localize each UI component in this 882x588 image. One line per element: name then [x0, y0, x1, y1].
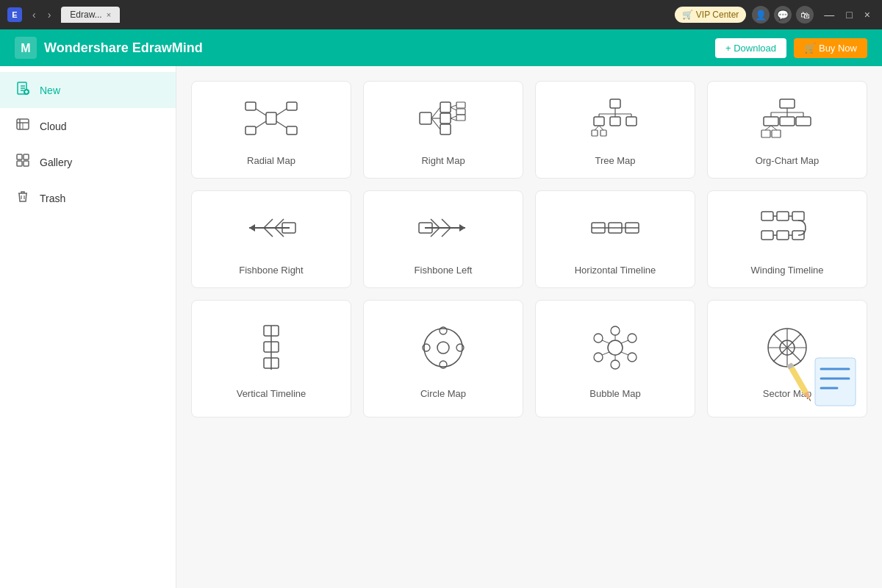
svg-rect-62: [764, 117, 778, 126]
card-radial-map[interactable]: Radial Map: [191, 81, 351, 179]
download-button[interactable]: + Download: [715, 38, 786, 58]
notification-icon[interactable]: 💬: [774, 6, 792, 24]
svg-line-116: [602, 340, 609, 343]
tree-map-icon: [586, 96, 645, 143]
card-fishbone-left[interactable]: Fishbone Left: [363, 190, 523, 288]
svg-text:M: M: [21, 42, 30, 54]
sidebar-gallery-label: Gallery: [40, 157, 72, 168]
maximize-button[interactable]: □: [842, 9, 856, 21]
svg-rect-55: [600, 130, 606, 136]
svg-rect-21: [245, 102, 256, 110]
svg-line-26: [256, 121, 266, 128]
titlebar-left: E ‹ › Edraw... ×: [7, 7, 120, 23]
svg-rect-51: [626, 117, 637, 126]
sector-map-icon: [758, 322, 817, 376]
vip-center-button[interactable]: 🛒 VIP Center: [675, 7, 746, 23]
svg-rect-41: [456, 109, 465, 115]
svg-rect-63: [780, 117, 795, 126]
main-content: Radial Map: [176, 66, 882, 588]
vertical-timeline-icon: [242, 322, 301, 376]
svg-line-118: [621, 340, 628, 343]
cloud-icon: [15, 117, 31, 135]
radial-map-label: Radial Map: [247, 155, 295, 166]
right-map-label: Right Map: [421, 155, 465, 166]
svg-rect-43: [610, 99, 620, 108]
svg-rect-87: [761, 212, 773, 220]
sidebar-cloud-label: Cloud: [40, 121, 67, 132]
minimize-button[interactable]: —: [820, 9, 839, 21]
tab-close-button[interactable]: ×: [107, 10, 111, 19]
sidebar-item-trash[interactable]: Trash: [0, 180, 176, 216]
card-vertical-timeline[interactable]: Vertical Timeline: [191, 300, 351, 417]
header: M Wondershare EdrawMind + Download 🛒 Buy…: [0, 29, 882, 66]
sidebar-item-new[interactable]: New: [0, 72, 176, 108]
svg-point-113: [628, 353, 637, 362]
card-tree-map[interactable]: Tree Map: [535, 81, 695, 179]
card-bubble-map[interactable]: Bubble Map: [535, 300, 695, 417]
svg-line-28: [276, 121, 287, 128]
svg-rect-22: [245, 126, 256, 135]
app-title: Wondershare EdrawMind: [44, 40, 203, 56]
bubble-map-label: Bubble Map: [589, 388, 640, 399]
svg-line-73: [264, 228, 273, 237]
svg-rect-29: [420, 112, 431, 124]
svg-rect-54: [592, 130, 598, 136]
active-tab: Edraw... ×: [61, 7, 120, 23]
svg-line-32: [431, 118, 440, 129]
card-org-chart-map[interactable]: Org-Chart Map: [707, 81, 867, 179]
svg-rect-68: [772, 130, 781, 137]
svg-line-65: [765, 126, 771, 130]
svg-line-78: [442, 219, 451, 228]
svg-line-52: [595, 126, 599, 130]
svg-line-39: [451, 118, 456, 121]
svg-marker-77: [459, 224, 465, 232]
svg-point-102: [437, 342, 449, 354]
card-horizontal-timeline[interactable]: Horizontal Timeline: [535, 190, 695, 288]
circle-map-label: Circle Map: [420, 388, 466, 399]
svg-rect-40: [456, 102, 465, 108]
winding-timeline-label: Winding Timeline: [751, 265, 824, 276]
svg-rect-56: [780, 99, 795, 108]
titlebar-icons: 👤 💬 🛍: [752, 6, 814, 24]
shopping-icon[interactable]: 🛍: [796, 6, 814, 24]
svg-rect-20: [266, 112, 276, 124]
buynow-button[interactable]: 🛒 Buy Now: [794, 38, 867, 58]
layout: New Cloud Galler: [0, 66, 882, 588]
titlebar-nav: ‹ ›: [28, 7, 55, 22]
card-fishbone-right[interactable]: Fishbone Right: [191, 190, 351, 288]
svg-rect-88: [777, 212, 789, 220]
fishbone-right-icon: [242, 206, 301, 253]
avatar-icon[interactable]: 👤: [752, 6, 770, 24]
svg-rect-93: [777, 231, 789, 240]
svg-line-53: [599, 126, 603, 130]
svg-line-38: [451, 116, 456, 118]
horizontal-timeline-label: Horizontal Timeline: [575, 265, 656, 276]
card-sector-map[interactable]: Sector Map: [707, 300, 867, 417]
svg-rect-50: [610, 117, 620, 126]
fishbone-left-label: Fishbone Left: [415, 265, 473, 276]
gallery-icon: [15, 153, 31, 171]
svg-line-133: [809, 399, 811, 401]
svg-rect-64: [796, 117, 811, 126]
sidebar-item-cloud[interactable]: Cloud: [0, 108, 176, 144]
sidebar-item-gallery[interactable]: Gallery: [0, 144, 176, 180]
sidebar-new-label: New: [40, 85, 60, 96]
close-button[interactable]: ×: [860, 9, 875, 21]
titlebar: E ‹ › Edraw... × 🛒 VIP Center 👤 💬 🛍 — □ …: [0, 0, 882, 29]
cart-icon: 🛒: [804, 43, 816, 54]
card-right-map[interactable]: Right Map: [363, 81, 523, 179]
nav-back-button[interactable]: ‹: [28, 7, 40, 22]
card-winding-timeline[interactable]: Winding Timeline: [707, 190, 867, 288]
svg-rect-49: [594, 117, 604, 126]
svg-rect-92: [761, 231, 773, 240]
radial-map-icon: [242, 96, 301, 143]
svg-line-36: [451, 105, 456, 107]
nav-forward-button[interactable]: ›: [43, 7, 56, 22]
org-chart-map-label: Org-Chart Map: [756, 155, 820, 166]
card-circle-map[interactable]: Circle Map: [363, 300, 523, 417]
svg-rect-13: [17, 154, 22, 159]
svg-point-109: [611, 360, 620, 369]
svg-line-117: [602, 352, 609, 355]
app-icon: E: [7, 7, 22, 22]
svg-line-80: [442, 228, 451, 237]
